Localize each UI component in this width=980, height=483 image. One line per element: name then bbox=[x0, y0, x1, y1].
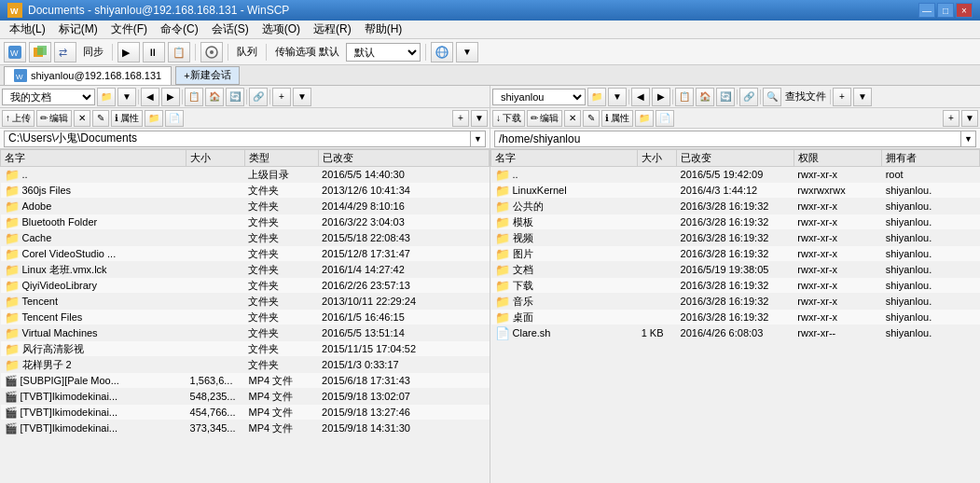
left-action-plus[interactable]: + bbox=[452, 110, 469, 127]
left-more2-btn[interactable]: 📄 bbox=[165, 110, 184, 127]
menu-file[interactable]: 文件(F) bbox=[105, 21, 153, 38]
list-item[interactable]: 🎬 [TVBT]Ikimodekinai... 454,766... MP4 文… bbox=[1, 405, 490, 421]
right-col-size[interactable]: 大小 bbox=[638, 150, 677, 167]
list-item[interactable]: 📁 Virtual Machines 文件夹 2016/5/5 13:51:14 bbox=[1, 325, 490, 341]
right-fwd-btn[interactable]: ▶ bbox=[652, 88, 670, 106]
list-item[interactable]: 📁 Corel VideoStudio ... 文件夹 2015/12/8 17… bbox=[1, 246, 490, 262]
list-item[interactable]: 📁 图片 2016/3/28 16:19:32 rwxr-xr-x shiyan… bbox=[491, 246, 980, 262]
right-address-box[interactable]: /home/shiyanlou bbox=[494, 131, 961, 147]
transfer-options-select[interactable]: 默认 bbox=[346, 43, 421, 62]
list-item[interactable]: 📁 花样男子 2 文件夹 2015/1/3 0:33:17 bbox=[1, 357, 490, 373]
right-col-owner[interactable]: 拥有者 bbox=[882, 150, 980, 167]
left-nav-btn1[interactable]: 📋 bbox=[185, 88, 203, 106]
tab-session-1[interactable]: W shiyanlou@192.168.168.131 bbox=[4, 66, 172, 85]
right-rename-btn[interactable]: ✎ bbox=[583, 110, 600, 127]
menu-options[interactable]: 选项(O) bbox=[256, 21, 306, 38]
list-item[interactable]: 📁 Bluetooth Folder 文件夹 2016/3/22 3:04:03 bbox=[1, 214, 490, 230]
left-fwd-btn[interactable]: ▶ bbox=[161, 88, 180, 106]
menu-mark[interactable]: 标记(M) bbox=[53, 21, 104, 38]
list-item[interactable]: 🎬 [TVBT]Ikimodekinai... 373,345... MP4 文… bbox=[1, 421, 490, 436]
left-back-btn[interactable]: ◀ bbox=[141, 88, 159, 106]
list-item[interactable]: 🎬 [TVBT]Ikimodekinai... 548,235... MP4 文… bbox=[1, 389, 490, 405]
right-new-btn[interactable]: + bbox=[833, 88, 851, 106]
toolbar-btn-2[interactable] bbox=[29, 42, 51, 62]
left-new-btn[interactable]: + bbox=[272, 88, 291, 106]
left-action-minus[interactable]: ▼ bbox=[471, 110, 488, 127]
list-item[interactable]: 📁 视频 2016/3/28 16:19:32 rwxr-xr-x shiyan… bbox=[491, 230, 980, 246]
right-col-perms[interactable]: 权限 bbox=[794, 150, 881, 167]
toolbar-settings-btn[interactable] bbox=[200, 42, 223, 62]
right-col-modified[interactable]: 已改变 bbox=[677, 150, 794, 167]
left-props-btn[interactable]: ℹ属性 bbox=[111, 110, 143, 127]
toolbar-btn-4[interactable]: ⏸ bbox=[143, 42, 165, 62]
menu-session[interactable]: 会话(S) bbox=[206, 21, 255, 38]
menu-remote[interactable]: 远程(R) bbox=[308, 21, 357, 38]
left-col-name[interactable]: 名字 bbox=[1, 150, 186, 167]
toolbar-arrow-down[interactable]: ▼ bbox=[456, 42, 478, 62]
toolbar-btn-5[interactable]: 📋 bbox=[168, 42, 190, 62]
right-nav-btn1[interactable]: 📋 bbox=[675, 88, 694, 106]
list-item[interactable]: 📁 QiyiVideoLibrary 文件夹 2016/2/26 23:57:1… bbox=[1, 278, 490, 294]
right-more-btn[interactable]: ▼ bbox=[853, 88, 872, 106]
list-item[interactable]: 📁 文档 2016/5/19 19:38:05 rwxr-xr-x shiyan… bbox=[491, 262, 980, 278]
right-delete-btn[interactable]: ✕ bbox=[564, 110, 581, 127]
right-scroll[interactable]: 名字 大小 已改变 权限 拥有者 📁 .. 2016/5/5 19:42:09 … bbox=[490, 149, 980, 483]
list-item[interactable]: 📁 Tencent 文件夹 2013/10/11 22:29:24 bbox=[1, 294, 490, 310]
left-more-btn[interactable]: ▼ bbox=[293, 88, 311, 106]
toolbar-btn-3[interactable]: ▶ bbox=[117, 42, 140, 62]
maximize-button[interactable]: □ bbox=[937, 3, 954, 18]
right-search-btn[interactable]: 🔍 bbox=[763, 88, 781, 106]
left-nav-btn3[interactable]: 🔄 bbox=[226, 88, 244, 106]
list-item[interactable]: 📄 Clare.sh 1 KB 2016/4/26 6:08:03 rwxr-x… bbox=[491, 325, 980, 341]
left-location-select[interactable]: 我的文档 bbox=[2, 89, 95, 105]
right-edit-btn[interactable]: ✏编辑 bbox=[527, 110, 562, 127]
window-controls[interactable]: — □ × bbox=[918, 3, 973, 18]
left-address-dropdown[interactable]: ▼ bbox=[471, 131, 486, 147]
right-newfolder-btn[interactable]: 📁 bbox=[635, 110, 654, 127]
right-download-btn[interactable]: ↓下载 bbox=[492, 110, 525, 127]
new-session-button[interactable]: + 新建会话 bbox=[175, 66, 239, 85]
menu-command[interactable]: 命令(C) bbox=[155, 21, 204, 38]
right-address-dropdown[interactable]: ▼ bbox=[961, 131, 976, 147]
left-nav-btn2[interactable]: 🏠 bbox=[205, 88, 224, 106]
list-item[interactable]: 📁 风行高清影视 文件夹 2015/11/15 17:04:52 bbox=[1, 341, 490, 357]
menu-help[interactable]: 帮助(H) bbox=[359, 21, 408, 38]
left-col-modified[interactable]: 已改变 bbox=[318, 150, 489, 167]
left-address-box[interactable]: C:\Users\小鬼\Documents bbox=[4, 131, 471, 147]
toolbar-btn-sync[interactable]: ⇄ bbox=[54, 42, 76, 62]
list-item[interactable]: 📁 公共的 2016/3/28 16:19:32 rwxr-xr-x shiya… bbox=[491, 199, 980, 214]
list-item[interactable]: 📁 .. 上级目录 2016/5/5 14:40:30 bbox=[1, 167, 490, 183]
right-link-btn[interactable]: 🔗 bbox=[739, 88, 758, 106]
list-item[interactable]: 📁 Cache 文件夹 2015/5/18 22:08:43 bbox=[1, 230, 490, 246]
toolbar-btn-1[interactable]: W bbox=[4, 42, 26, 62]
toolbar-globe-btn[interactable] bbox=[431, 42, 453, 62]
right-action-plus[interactable]: + bbox=[943, 110, 959, 127]
left-filter-btn[interactable]: ▼ bbox=[117, 88, 136, 106]
left-col-type[interactable]: 类型 bbox=[244, 150, 318, 167]
right-filter-btn[interactable]: ▼ bbox=[608, 88, 627, 106]
menu-local[interactable]: 本地(L) bbox=[4, 21, 51, 38]
list-item[interactable]: 📁 Adobe 文件夹 2014/4/29 8:10:16 bbox=[1, 199, 490, 214]
list-item[interactable]: 📁 Linux 老班.vmx.lck 文件夹 2016/1/4 14:27:42 bbox=[1, 262, 490, 278]
left-upload-btn[interactable]: ↑上传 bbox=[2, 110, 35, 127]
right-back-btn[interactable]: ◀ bbox=[631, 88, 650, 106]
list-item[interactable]: 📁 Tencent Files 文件夹 2016/1/5 16:46:15 bbox=[1, 310, 490, 325]
right-location-select[interactable]: shiyanlou bbox=[492, 89, 586, 105]
right-nav-btn2[interactable]: 🏠 bbox=[696, 88, 714, 106]
right-col-name[interactable]: 名字 bbox=[491, 150, 638, 167]
close-button[interactable]: × bbox=[956, 3, 973, 18]
left-open-btn[interactable]: 📁 bbox=[97, 88, 116, 106]
list-item[interactable]: 📁 .. 2016/5/5 19:42:09 rwxr-xr-x root bbox=[491, 167, 980, 183]
right-open-btn[interactable]: 📁 bbox=[587, 88, 606, 106]
right-nav-btn3[interactable]: 🔄 bbox=[716, 88, 735, 106]
left-link-btn[interactable]: 🔗 bbox=[249, 88, 268, 106]
list-item[interactable]: 📁 桌面 2016/3/28 16:19:32 rwxr-xr-x shiyan… bbox=[491, 310, 980, 325]
left-rename-btn[interactable]: ✎ bbox=[92, 110, 109, 127]
list-item[interactable]: 🎬 [SUBPIG][Pale Moo... 1,563,6... MP4 文件… bbox=[1, 373, 490, 389]
left-newfolder-btn[interactable]: 📁 bbox=[145, 110, 163, 127]
left-delete-btn[interactable]: ✕ bbox=[74, 110, 90, 127]
right-props-btn[interactable]: ℹ属性 bbox=[601, 110, 633, 127]
right-action-minus[interactable]: ▼ bbox=[961, 110, 978, 127]
list-item[interactable]: 📁 模板 2016/3/28 16:19:32 rwxr-xr-x shiyan… bbox=[491, 214, 980, 230]
list-item[interactable]: 📁 下载 2016/3/28 16:19:32 rwxr-xr-x shiyan… bbox=[491, 278, 980, 294]
